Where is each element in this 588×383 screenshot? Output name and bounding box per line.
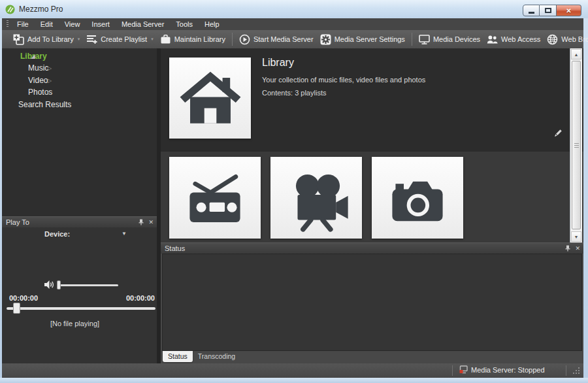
expander-collapsed-icon[interactable]: ▷ bbox=[48, 90, 52, 95]
minimize-button[interactable] bbox=[523, 5, 540, 16]
scrollbar-grip-icon bbox=[574, 143, 579, 148]
scroll-up-icon: ▲ bbox=[574, 52, 579, 57]
maximize-icon bbox=[545, 8, 551, 13]
create-playlist-label: Create Playlist bbox=[101, 35, 147, 43]
maintain-library-button[interactable]: Maintain Library bbox=[157, 31, 229, 47]
edit-pencil-icon[interactable] bbox=[553, 128, 563, 139]
seek-slider-track[interactable] bbox=[7, 307, 155, 310]
resize-grip-icon bbox=[573, 367, 574, 369]
menu-media-server[interactable]: Media Server bbox=[116, 18, 170, 30]
tree-item-video[interactable]: ▷ Video bbox=[28, 75, 48, 86]
contents-count: Contents: 3 playlists bbox=[262, 89, 326, 97]
media-server-settings-label: Media Server Settings bbox=[335, 35, 405, 43]
app-window: Mezzmo Pro ✕ File Edit View Insert Media… bbox=[0, 0, 588, 383]
menu-tools[interactable]: Tools bbox=[170, 18, 199, 30]
pin-icon[interactable] bbox=[138, 219, 144, 225]
menu-view[interactable]: View bbox=[59, 18, 86, 30]
statusbar-separator bbox=[566, 365, 566, 376]
maximize-button[interactable] bbox=[540, 5, 557, 16]
scroll-up-button[interactable]: ▲ bbox=[571, 49, 581, 59]
media-server-status-icon bbox=[459, 365, 468, 374]
radio-icon bbox=[181, 164, 249, 232]
web-access-label: Web Access bbox=[501, 35, 540, 43]
close-button[interactable]: ✕ bbox=[557, 5, 581, 16]
volume-slider-thumb[interactable] bbox=[57, 280, 61, 290]
seek-slider-thumb[interactable] bbox=[13, 303, 20, 314]
add-to-library-button[interactable]: Add To Library ▾ bbox=[10, 31, 83, 47]
volume-slider-track[interactable] bbox=[57, 284, 118, 286]
start-media-server-icon bbox=[239, 34, 250, 45]
library-tree: ◢ Library ▷ Music ▷ Video ▷ Photos Searc… bbox=[2, 48, 157, 216]
page-title: Library bbox=[262, 57, 294, 69]
media-server-settings-icon bbox=[320, 34, 331, 45]
web-browser-label: Web Browser bbox=[561, 35, 588, 43]
expander-collapsed-icon[interactable]: ▷ bbox=[48, 78, 52, 84]
tab-status[interactable]: Status bbox=[163, 351, 193, 362]
media-devices-label: Media Devices bbox=[433, 35, 480, 43]
web-browser-icon bbox=[547, 34, 558, 45]
video-tile[interactable] bbox=[270, 157, 362, 239]
maintain-library-label: Maintain Library bbox=[174, 35, 225, 43]
home-icon bbox=[179, 67, 242, 129]
menu-insert[interactable]: Insert bbox=[86, 18, 116, 30]
play-to-panel-header[interactable]: Play To ✕ bbox=[2, 216, 157, 227]
menu-file[interactable]: File bbox=[11, 18, 35, 30]
main-body: ◢ Library ▷ Music ▷ Video ▷ Photos Searc… bbox=[2, 48, 583, 363]
toolbar: Add To Library ▾ Create Playlist ▾ Maint… bbox=[2, 30, 583, 48]
menu-edit[interactable]: Edit bbox=[35, 18, 59, 30]
tree-item-library[interactable]: ◢ Library bbox=[20, 50, 47, 62]
status-panel: Status ✕ Status Transcoding bbox=[161, 242, 583, 363]
status-panel-header[interactable]: Status ✕ bbox=[161, 242, 583, 254]
web-access-icon bbox=[487, 35, 498, 44]
window-title: Mezzmo Pro bbox=[19, 5, 63, 14]
media-devices-icon bbox=[419, 34, 430, 44]
menu-help[interactable]: Help bbox=[199, 18, 225, 30]
create-playlist-dropdown-icon[interactable]: ▾ bbox=[151, 37, 154, 42]
resize-grip[interactable] bbox=[573, 367, 581, 375]
start-media-server-label: Start Media Server bbox=[253, 35, 314, 43]
statusbar-separator bbox=[452, 365, 453, 376]
expander-expanded-icon[interactable]: ◢ bbox=[31, 53, 35, 59]
expander-collapsed-icon[interactable]: ▷ bbox=[48, 65, 52, 71]
media-devices-button[interactable]: Media Devices bbox=[416, 31, 483, 47]
add-to-library-dropdown-icon[interactable]: ▾ bbox=[78, 37, 80, 42]
menu-grip-handle[interactable] bbox=[7, 20, 8, 28]
library-header-section: Library Your collection of music files, … bbox=[161, 48, 583, 152]
photos-tile[interactable] bbox=[372, 157, 463, 239]
status-log-area bbox=[162, 254, 582, 351]
tree-item-video-label: Video bbox=[28, 76, 48, 85]
tree-item-search-results[interactable]: Search Results bbox=[18, 99, 71, 110]
tree-item-music[interactable]: ▷ Music bbox=[28, 62, 48, 74]
play-to-panel: Play To ✕ Device: ▼ 00:00:0 bbox=[2, 216, 157, 363]
tree-item-photos[interactable]: ▷ Photos bbox=[28, 86, 52, 98]
scroll-down-button[interactable]: ▼ bbox=[571, 231, 581, 242]
status-bar: Media Server: Stopped bbox=[2, 363, 583, 378]
device-label: Device: bbox=[44, 230, 70, 238]
panel-close-icon[interactable]: ✕ bbox=[148, 217, 154, 228]
page-subtitle: Your collection of music files, video fi… bbox=[262, 76, 425, 84]
create-playlist-button[interactable]: Create Playlist ▾ bbox=[83, 31, 156, 47]
time-elapsed: 00:00:00 bbox=[9, 294, 38, 302]
sidebar: ◢ Library ▷ Music ▷ Video ▷ Photos Searc… bbox=[2, 48, 157, 363]
close-icon: ✕ bbox=[566, 7, 571, 14]
scrollbar-thumb[interactable] bbox=[572, 61, 581, 229]
web-access-button[interactable]: Web Access bbox=[483, 31, 544, 47]
library-home-tile[interactable] bbox=[169, 58, 251, 139]
device-dropdown[interactable]: ▼ bbox=[122, 231, 127, 237]
scroll-down-icon: ▼ bbox=[574, 235, 579, 239]
now-playing-text: [No file playing] bbox=[2, 320, 148, 327]
start-media-server-button[interactable]: Start Media Server bbox=[236, 31, 317, 47]
volume-icon[interactable] bbox=[44, 280, 55, 290]
title-bar[interactable]: Mezzmo Pro ✕ bbox=[0, 0, 588, 18]
panel-close-icon[interactable]: ✕ bbox=[575, 243, 580, 254]
media-server-settings-button[interactable]: Media Server Settings bbox=[317, 31, 408, 47]
vertical-scrollbar[interactable]: ▲ ▼ bbox=[570, 48, 582, 242]
pin-icon[interactable] bbox=[564, 245, 571, 252]
status-panel-title: Status bbox=[165, 244, 185, 252]
web-browser-button[interactable]: Web Browser bbox=[544, 31, 588, 47]
tab-transcoding[interactable]: Transcoding bbox=[193, 351, 240, 362]
music-tile[interactable] bbox=[169, 157, 261, 239]
app-logo-icon bbox=[5, 5, 15, 14]
menu-bar: File Edit View Insert Media Server Tools… bbox=[2, 18, 583, 30]
status-tab-bar: Status Transcoding bbox=[161, 351, 583, 363]
